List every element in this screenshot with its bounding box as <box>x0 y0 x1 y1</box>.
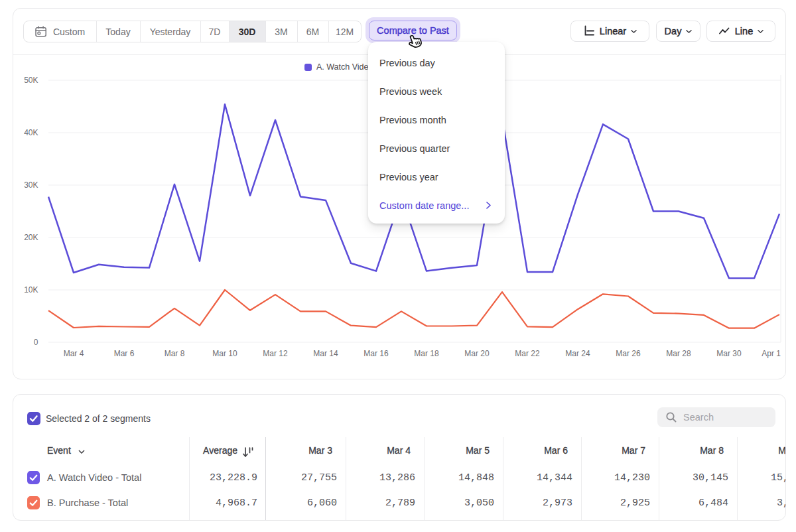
svg-text:Mar 30: Mar 30 <box>716 349 742 358</box>
svg-text:Mar 4: Mar 4 <box>64 349 84 358</box>
svg-text:40K: 40K <box>24 128 38 137</box>
svg-text:Mar 20: Mar 20 <box>464 349 490 358</box>
svg-text:0: 0 <box>34 338 38 347</box>
svg-text:Apr 1: Apr 1 <box>762 349 781 358</box>
svg-text:10K: 10K <box>24 285 38 295</box>
svg-text:Mar 16: Mar 16 <box>364 349 389 358</box>
svg-text:Mar 10: Mar 10 <box>212 349 237 358</box>
svg-text:Mar 24: Mar 24 <box>565 349 590 358</box>
svg-text:20K: 20K <box>24 233 38 242</box>
svg-text:Mar 6: Mar 6 <box>114 349 135 358</box>
svg-text:Mar 12: Mar 12 <box>263 349 288 358</box>
svg-text:Mar 28: Mar 28 <box>666 349 691 358</box>
svg-text:50K: 50K <box>24 76 38 85</box>
svg-text:30K: 30K <box>24 180 38 190</box>
svg-text:Mar 26: Mar 26 <box>616 349 641 358</box>
svg-text:Mar 22: Mar 22 <box>515 349 540 358</box>
svg-text:Mar 8: Mar 8 <box>165 349 185 358</box>
svg-text:Mar 14: Mar 14 <box>313 349 338 358</box>
svg-text:Mar 18: Mar 18 <box>414 349 439 358</box>
